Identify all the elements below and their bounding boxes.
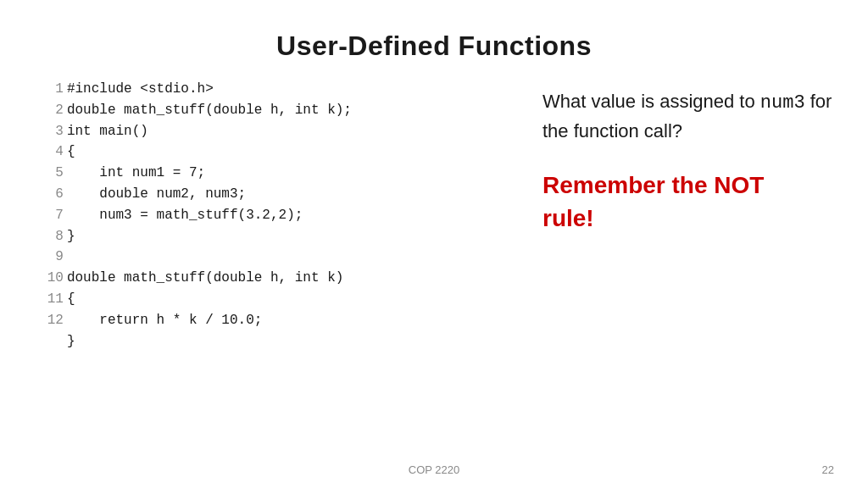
reminder-line2: rule! — [542, 205, 594, 231]
line-code: } — [65, 226, 509, 247]
line-code: double num2, num3; — [65, 184, 509, 205]
reminder-line1: Remember the NOT — [542, 172, 764, 198]
line-code: return h * k / 10.0; — [65, 310, 509, 331]
code-row: 2double math_stuff(double h, int k); — [34, 100, 509, 121]
reminder-text: Remember the NOT rule! — [542, 169, 834, 235]
code-row: 7 num3 = math_stuff(3.2,2); — [34, 205, 509, 226]
line-code: double math_stuff(double h, int k); — [65, 100, 509, 121]
code-row: 9 — [34, 247, 509, 268]
line-number: 5 — [34, 163, 65, 184]
code-row: 4{ — [34, 141, 509, 163]
slide-title: User-Defined Functions — [0, 0, 868, 70]
question-code-term: num3 — [760, 92, 805, 114]
code-row: 3int main() — [34, 121, 509, 142]
line-code: int num1 = 7; — [65, 163, 509, 184]
line-number: 6 — [34, 184, 65, 205]
question-prefix: What value is assigned to — [542, 91, 760, 112]
code-row: 12 return h * k / 10.0; — [34, 310, 509, 331]
line-number: 9 — [34, 247, 65, 268]
line-number: 8 — [34, 226, 65, 247]
line-number: 11 — [34, 289, 65, 310]
line-number: 10 — [34, 268, 65, 289]
line-number: 7 — [34, 205, 65, 226]
line-number: 4 — [34, 141, 65, 163]
line-code: { — [65, 289, 509, 310]
code-row: } — [34, 331, 509, 352]
code-row: 6 double num2, num3; — [34, 184, 509, 205]
line-code: double math_stuff(double h, int k) — [65, 268, 509, 289]
slide-footer-right: 22 — [822, 463, 834, 476]
line-code: num3 = math_stuff(3.2,2); — [65, 205, 509, 226]
line-number: 3 — [34, 121, 65, 142]
line-number: 1 — [34, 79, 65, 100]
line-code: int main() — [65, 121, 509, 142]
line-code: #include <stdio.h> — [65, 79, 509, 100]
line-code: } — [65, 331, 509, 352]
line-number — [34, 331, 65, 352]
code-row: 1#include <stdio.h> — [34, 79, 509, 100]
line-code — [65, 247, 509, 268]
right-section: What value is assigned to num3 for the f… — [526, 79, 834, 352]
code-row: 5 int num1 = 7; — [34, 163, 509, 184]
code-row: 10double math_stuff(double h, int k) — [34, 268, 509, 289]
code-section: 1#include <stdio.h>2double math_stuff(do… — [34, 79, 509, 352]
code-row: 8} — [34, 226, 509, 247]
line-number: 2 — [34, 100, 65, 121]
slide-footer-center: COP 2220 — [409, 463, 459, 476]
code-row: 11{ — [34, 289, 509, 310]
line-code: { — [65, 141, 509, 163]
question-text: What value is assigned to num3 for the f… — [542, 87, 834, 145]
line-number: 12 — [34, 310, 65, 331]
